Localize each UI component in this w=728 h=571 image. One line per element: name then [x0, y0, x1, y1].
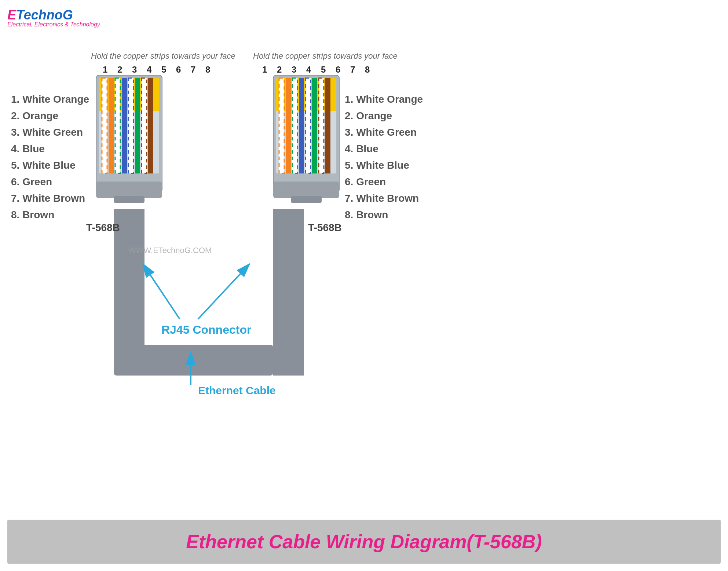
svg-text:4. Blue: 4. Blue	[345, 143, 378, 154]
svg-text:T-568B: T-568B	[86, 222, 120, 233]
svg-rect-38	[325, 78, 330, 173]
svg-rect-19	[96, 182, 162, 198]
svg-line-43	[143, 264, 180, 319]
svg-text:6. Green: 6. Green	[345, 176, 386, 187]
svg-text:8. Brown: 8. Brown	[11, 209, 54, 220]
svg-text:RJ45 Connector: RJ45 Connector	[161, 323, 251, 336]
svg-rect-32	[299, 78, 304, 173]
svg-line-44	[198, 264, 249, 319]
svg-rect-15	[135, 78, 140, 173]
svg-rect-7	[102, 78, 107, 173]
svg-rect-27	[279, 78, 284, 173]
svg-rect-16	[142, 78, 147, 173]
svg-text:1. White Orange: 1. White Orange	[11, 94, 89, 105]
svg-rect-30	[292, 78, 297, 173]
svg-rect-40	[291, 196, 322, 203]
svg-rect-33	[306, 78, 311, 173]
svg-text:2. Orange: 2. Orange	[11, 110, 58, 121]
svg-text:3. White Green: 3. White Green	[345, 127, 417, 138]
svg-rect-29	[286, 78, 291, 173]
svg-text:2. Orange: 2. Orange	[345, 110, 392, 121]
svg-rect-20	[114, 196, 144, 203]
svg-text:1 2 3 4 5 6 7 8: 1 2 3 4 5 6 7 8	[103, 65, 214, 74]
svg-rect-35	[312, 78, 317, 173]
svg-text:Ethernet Cable: Ethernet Cable	[198, 384, 276, 396]
svg-text:1. White Orange: 1. White Orange	[345, 94, 423, 105]
svg-rect-36	[319, 78, 324, 173]
svg-text:T-568B: T-568B	[308, 222, 342, 233]
svg-text:1 2 3 4 5 6 7 8: 1 2 3 4 5 6 7 8	[262, 65, 373, 74]
svg-rect-39	[273, 182, 339, 198]
svg-text:8. Brown: 8. Brown	[345, 209, 388, 220]
svg-text:7. White Brown: 7. White Brown	[11, 193, 85, 204]
svg-rect-12	[122, 78, 127, 173]
svg-rect-9	[109, 78, 114, 173]
svg-rect-22	[114, 345, 273, 376]
svg-text:Hold the copper strips towards: Hold the copper strips towards your face	[91, 51, 235, 61]
svg-text:WWW.ETechnoG.COM: WWW.ETechnoG.COM	[128, 246, 212, 255]
svg-text:5. White Blue: 5. White Blue	[345, 160, 409, 171]
svg-rect-23	[273, 209, 304, 376]
banner-text: Ethernet Cable Wiring Diagram(T-568B)	[186, 531, 542, 553]
svg-text:Hold the copper strips towards: Hold the copper strips towards your face	[253, 51, 398, 61]
svg-text:6. Green: 6. Green	[11, 176, 52, 187]
bottom-banner: Ethernet Cable Wiring Diagram(T-568B)	[7, 520, 721, 564]
svg-rect-10	[115, 78, 120, 173]
svg-text:5. White Blue: 5. White Blue	[11, 160, 76, 171]
svg-text:4. Blue: 4. Blue	[11, 143, 45, 154]
svg-text:7. White Brown: 7. White Brown	[345, 193, 419, 204]
svg-text:3. White Green: 3. White Green	[11, 127, 83, 138]
svg-rect-18	[148, 78, 153, 173]
svg-rect-13	[128, 78, 133, 173]
